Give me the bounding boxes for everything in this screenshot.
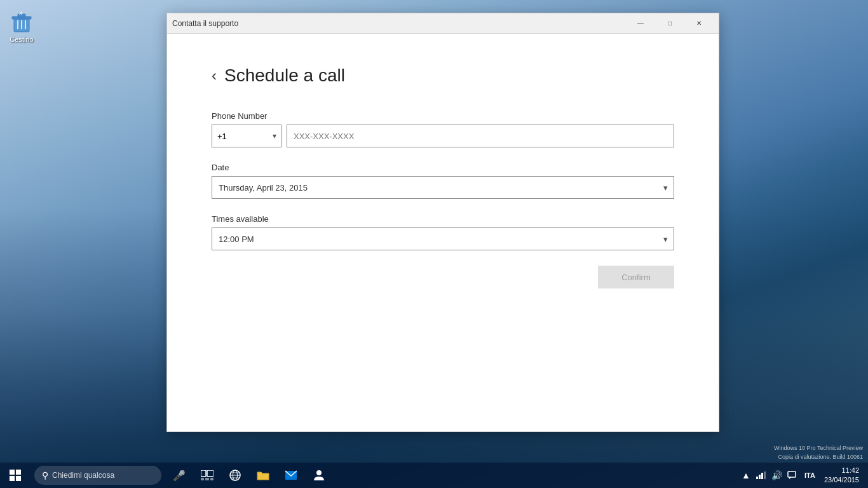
svg-rect-14 [210,478,214,480]
dialog-content: ‹ Schedule a call Phone Number +1 +44 +3… [167,34,719,431]
title-bar-controls: — □ ✕ [626,13,714,34]
svg-point-21 [316,470,322,475]
phone-number-input[interactable] [287,125,674,147]
volume-icon[interactable]: 🔊 [769,463,784,488]
back-button[interactable]: ‹ [212,68,224,83]
browser-icon[interactable] [221,463,249,488]
task-view-icon [201,470,214,480]
page-header: ‹ Schedule a call [212,65,674,86]
maximize-button[interactable]: □ [655,13,684,34]
windows-version: Windows 10 Pro Technical Preview Copia d… [774,444,863,461]
dialog-window: Contatta il supporto — □ ✕ ‹ Schedule a … [166,13,719,432]
svg-rect-9 [16,476,21,481]
svg-rect-25 [764,471,766,479]
action-center-icon[interactable] [784,463,799,488]
win-version-line2: Copia di valutazione. Build 10061 [774,453,863,462]
page-title: Schedule a call [224,65,345,86]
desktop: Cestino Contatta il supporto — □ ✕ ‹ Sch… [0,0,868,488]
svg-rect-11 [207,470,214,477]
svg-rect-26 [788,471,796,477]
title-bar: Contatta il supporto — □ ✕ [167,13,719,34]
taskbar-clock[interactable]: 11:42 23/04/2015 [820,466,863,485]
globe-icon [229,469,241,482]
language-indicator[interactable]: ITA [802,471,818,479]
clock-time: 11:42 [824,466,859,475]
time-select-wrapper: 12:00 PM 1:00 PM 2:00 PM [212,227,674,250]
search-area[interactable]: ⚲ Chiedimi qualcosa [34,466,161,485]
recycle-bin-label: Cestino [10,36,33,43]
people-icon[interactable] [305,463,333,488]
taskbar: ⚲ Chiedimi qualcosa 🎤 [0,463,868,488]
svg-rect-12 [201,478,204,480]
windows-logo-icon [10,470,21,481]
times-label: Times available [212,214,674,224]
recycle-bin-icon [9,9,34,34]
folder-icon [257,470,269,481]
title-bar-title: Contatta il supporto [172,19,238,28]
phone-number-label: Phone Number [212,111,674,121]
phone-row: +1 +44 +39 [212,125,674,147]
task-view-button[interactable] [193,463,221,488]
close-button[interactable]: ✕ [684,13,714,34]
network-icon[interactable] [754,463,769,488]
taskbar-right: ▲ 🔊 ITA [738,463,868,488]
chevron-up-icon[interactable]: ▲ [738,463,754,488]
date-select-wrapper: Thursday, April 23, 2015 Friday, April 2… [212,176,674,199]
svg-rect-7 [16,470,21,475]
svg-rect-10 [201,470,206,477]
microphone-icon[interactable]: 🎤 [165,463,193,488]
svg-rect-13 [205,478,209,480]
envelope-icon [285,470,297,480]
clock-date: 23/04/2015 [824,475,859,485]
mail-icon[interactable] [277,463,305,488]
date-label: Date [212,163,674,172]
svg-rect-6 [10,470,15,475]
person-icon [313,469,325,482]
svg-rect-22 [756,477,758,479]
recycle-bin[interactable]: Cestino [6,6,37,46]
date-group: Date Thursday, April 23, 2015 Friday, Ap… [212,163,674,199]
win-version-line1: Windows 10 Pro Technical Preview [774,444,863,453]
search-icon: ⚲ [42,470,48,480]
svg-rect-24 [761,473,763,479]
time-select[interactable]: 12:00 PM 1:00 PM 2:00 PM [212,227,674,250]
minimize-button[interactable]: — [626,13,655,34]
times-group: Times available 12:00 PM 1:00 PM 2:00 PM [212,214,674,250]
message-icon [787,471,796,480]
phone-number-group: Phone Number +1 +44 +39 [212,111,674,147]
country-code-select[interactable]: +1 +44 +39 [212,125,281,147]
file-explorer-icon[interactable] [249,463,277,488]
system-icons: ▲ 🔊 [738,463,799,488]
confirm-button[interactable]: Confirm [598,266,674,288]
network-bars-icon [756,471,766,479]
country-code-wrapper: +1 +44 +39 [212,125,281,147]
svg-rect-8 [10,476,15,481]
start-button[interactable] [0,463,31,488]
search-placeholder-text: Chiedimi qualcosa [52,471,114,480]
date-select[interactable]: Thursday, April 23, 2015 Friday, April 2… [212,176,674,199]
confirm-button-row: Confirm [212,266,674,288]
svg-rect-23 [759,475,761,479]
